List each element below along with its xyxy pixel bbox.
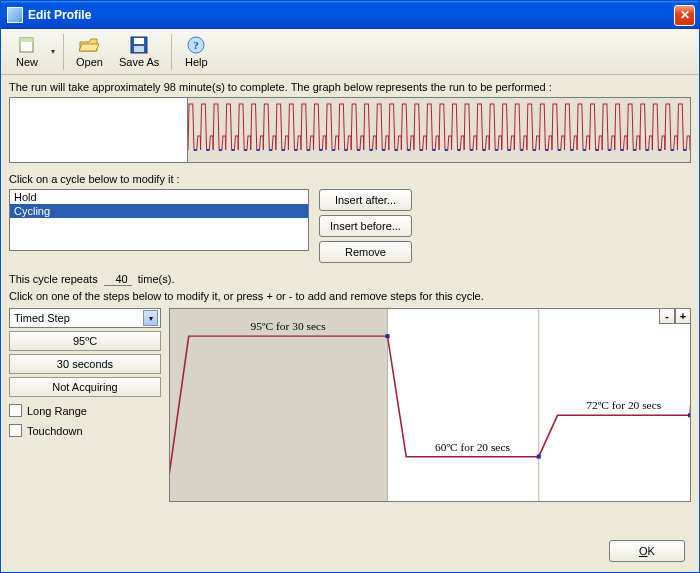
cycling-pulses-icon: [188, 98, 690, 162]
step-type-select[interactable]: Timed Step ▾: [9, 308, 161, 328]
add-step-button[interactable]: +: [675, 308, 691, 324]
click-cycle-label: Click on a cycle below to modify it :: [9, 173, 691, 185]
svg-text:60ºC for 20 secs: 60ºC for 20 secs: [435, 441, 510, 453]
new-icon: [17, 35, 37, 55]
svg-rect-1: [20, 38, 33, 42]
save-icon: [129, 35, 149, 55]
new-button[interactable]: New: [7, 33, 47, 70]
svg-rect-51: [537, 455, 541, 459]
separator: [171, 34, 172, 70]
long-range-label: Long Range: [27, 405, 87, 417]
ok-button[interactable]: OK: [609, 540, 685, 562]
step-duration-button[interactable]: 30 seconds: [9, 354, 161, 374]
touchdown-checkbox[interactable]: [9, 424, 22, 437]
run-summary-label: The run will take approximately 98 minut…: [9, 81, 691, 93]
step-temp-button[interactable]: 95ºC: [9, 331, 161, 351]
help-icon: ?: [186, 35, 206, 55]
close-icon: ✕: [680, 8, 690, 22]
titlebar: Edit Profile ✕: [1, 1, 699, 29]
app-icon: [7, 7, 23, 23]
separator: [63, 34, 64, 70]
remove-button[interactable]: Remove: [319, 241, 412, 263]
help-button[interactable]: ? Help: [176, 33, 216, 70]
step-chart[interactable]: - + 95ºC for 30 secs60ºC for 20 secs72ºC…: [169, 308, 691, 502]
long-range-checkbox[interactable]: [9, 404, 22, 417]
cycle-list[interactable]: Hold Cycling: [9, 189, 309, 251]
svg-rect-3: [134, 38, 144, 44]
svg-rect-47: [170, 309, 388, 501]
step-chart-svg: 95ºC for 30 secs60ºC for 20 secs72ºC for…: [170, 309, 690, 501]
svg-text:?: ?: [194, 39, 200, 51]
save-as-button[interactable]: Save As: [111, 33, 167, 70]
remove-step-button[interactable]: -: [659, 308, 675, 324]
svg-rect-50: [385, 334, 389, 338]
svg-rect-4: [134, 46, 144, 52]
toolbar: New ▾ Open Save As ? Help: [1, 29, 699, 75]
svg-text:95ºC for 30 secs: 95ºC for 30 secs: [251, 320, 326, 332]
close-button[interactable]: ✕: [674, 5, 695, 26]
cycle-list-item-cycling[interactable]: Cycling: [10, 204, 308, 218]
cycle-list-item-hold[interactable]: Hold: [10, 190, 308, 204]
run-preview-graph: [9, 97, 691, 163]
touchdown-label: Touchdown: [27, 425, 83, 437]
repeat-line: This cycle repeats 40 time(s).: [9, 273, 691, 286]
open-button[interactable]: Open: [68, 33, 111, 70]
step-acquire-button[interactable]: Not Acquiring: [9, 377, 161, 397]
insert-after-button[interactable]: Insert after...: [319, 189, 412, 211]
run-preview-cycling-segment[interactable]: [188, 98, 690, 162]
new-dropdown-arrow[interactable]: ▾: [47, 47, 59, 56]
chevron-down-icon: ▾: [143, 310, 158, 326]
click-step-label: Click on one of the steps below to modif…: [9, 290, 691, 302]
svg-rect-52: [688, 413, 690, 417]
svg-text:72ºC for 20 secs: 72ºC for 20 secs: [586, 400, 661, 412]
open-icon: [79, 35, 99, 55]
window-title: Edit Profile: [28, 8, 91, 22]
insert-before-button[interactable]: Insert before...: [319, 215, 412, 237]
run-preview-hold-segment[interactable]: [10, 98, 188, 162]
repeat-count-input[interactable]: 40: [104, 273, 132, 286]
